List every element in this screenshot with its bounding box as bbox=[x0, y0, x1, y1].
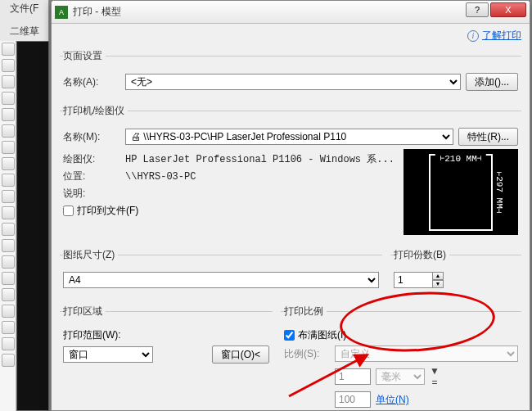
app-icon: A bbox=[55, 6, 68, 19]
learn-about-printing-link[interactable]: 了解打印 bbox=[482, 29, 521, 43]
titlebar[interactable]: A 打印 - 模型 ? X bbox=[52, 1, 530, 24]
plotter-label: 绘图仪: bbox=[63, 152, 120, 166]
toolbar-button[interactable] bbox=[2, 223, 15, 236]
toolbar-button[interactable] bbox=[2, 124, 15, 138]
toolbar-button[interactable] bbox=[2, 174, 15, 187]
equals-icon: ▼ = bbox=[430, 365, 440, 388]
toolbar-button[interactable] bbox=[2, 59, 15, 72]
toolbar-button[interactable] bbox=[2, 354, 15, 367]
scale-value2-input[interactable] bbox=[335, 391, 371, 408]
toolbar-button[interactable] bbox=[2, 75, 15, 88]
location-value: \\HYRS-03-PC bbox=[125, 171, 196, 183]
toolbar-button[interactable] bbox=[2, 305, 15, 318]
toolbar-button[interactable] bbox=[2, 141, 15, 154]
printer-name-label: 名称(M): bbox=[63, 130, 120, 144]
plot-range-select[interactable]: 窗口 bbox=[63, 346, 153, 363]
toolbar-button[interactable] bbox=[2, 337, 15, 350]
print-dialog: A 打印 - 模型 ? X i 了解打印 页面设置 名称(A): <无> 添加(… bbox=[51, 0, 530, 411]
page-setup-name-select[interactable]: <无> bbox=[125, 74, 461, 90]
toolbar-button[interactable] bbox=[2, 239, 15, 252]
toolbar-button[interactable] bbox=[2, 321, 15, 334]
copies-legend: 打印份数(B) bbox=[394, 248, 449, 262]
help-window-button[interactable]: ? bbox=[466, 2, 489, 17]
copies-down-button[interactable]: ▼ bbox=[432, 280, 444, 288]
left-toolbar bbox=[0, 41, 16, 411]
fit-to-paper-label: 布满图纸(I) bbox=[298, 328, 346, 342]
plot-scale-group: 打印比例 布满图纸(I) 比例(S): 自定义 毫米 bbox=[281, 305, 521, 411]
scale-ratio-select[interactable]: 自定义 bbox=[335, 346, 518, 362]
fit-to-paper-checkbox[interactable] bbox=[284, 330, 295, 341]
printer-name-select[interactable]: 🖨 \\HYRS-03-PC\HP LaserJet Professional … bbox=[125, 129, 453, 145]
page-setup-name-label: 名称(A): bbox=[63, 75, 120, 89]
plot-area-group: 打印区域 打印范围(W): 窗口 窗口(O)< bbox=[60, 305, 273, 411]
toolbar-button[interactable] bbox=[2, 206, 15, 219]
toolbar-button[interactable] bbox=[2, 92, 15, 105]
print-to-file-label: 打印到文件(F) bbox=[77, 204, 138, 218]
drawing-area-fragment bbox=[16, 41, 49, 411]
copies-group: 打印份数(B) ▲ ▼ bbox=[390, 248, 521, 296]
paper-preview: ⊢210 MM⊣ ⊢297 MM⊣ bbox=[404, 149, 518, 235]
copies-up-button[interactable]: ▲ bbox=[432, 272, 444, 280]
copies-input[interactable] bbox=[394, 272, 433, 288]
page-setup-legend: 页面设置 bbox=[63, 49, 106, 63]
menu-fragment: 文件(F bbox=[10, 2, 38, 16]
toolbar-button[interactable] bbox=[2, 108, 15, 121]
dialog-title: 打印 - 模型 bbox=[73, 5, 121, 19]
printer-legend: 打印机/绘图仪 bbox=[63, 104, 128, 118]
printer-properties-button[interactable]: 特性(R)... bbox=[458, 128, 518, 146]
paper-size-group: 图纸尺寸(Z) A4 bbox=[60, 248, 382, 296]
scale-unit1-select[interactable]: 毫米 bbox=[376, 368, 425, 385]
paper-size-legend: 图纸尺寸(Z) bbox=[63, 248, 118, 262]
page-setup-group: 页面设置 名称(A): <无> 添加()... bbox=[60, 49, 521, 99]
description-label: 说明: bbox=[63, 187, 120, 201]
print-to-file-checkbox[interactable] bbox=[63, 206, 74, 216]
toolbar-button[interactable] bbox=[2, 43, 15, 56]
toolbar-button[interactable] bbox=[2, 190, 15, 203]
location-label: 位置: bbox=[63, 169, 120, 183]
toolbar-button[interactable] bbox=[2, 157, 15, 170]
window-pick-button[interactable]: 窗口(O)< bbox=[212, 346, 269, 364]
printer-group: 打印机/绘图仪 名称(M): 🖨 \\HYRS-03-PC\HP LaserJe… bbox=[60, 104, 521, 240]
plotter-value: HP LaserJet Professional P1106 - Windows… bbox=[125, 152, 394, 166]
scale-ratio-label: 比例(S): bbox=[284, 347, 330, 361]
close-window-button[interactable]: X bbox=[490, 2, 526, 17]
plot-scale-legend: 打印比例 bbox=[284, 305, 327, 318]
scale-value1-input[interactable] bbox=[335, 368, 371, 385]
toolbar-button[interactable] bbox=[2, 255, 15, 269]
toolbar-button[interactable] bbox=[2, 288, 15, 301]
plot-range-label: 打印范围(W): bbox=[63, 328, 121, 342]
scale-unit2-link[interactable]: 单位(N) bbox=[376, 393, 409, 407]
toolbar-button[interactable] bbox=[2, 272, 15, 285]
app-background-edge: 文件(F 二维草 bbox=[0, 0, 49, 411]
info-icon: i bbox=[467, 30, 479, 42]
toolbar-label-fragment: 二维草 bbox=[10, 25, 39, 38]
page-setup-add-button[interactable]: 添加()... bbox=[466, 73, 518, 91]
plot-area-legend: 打印区域 bbox=[63, 305, 106, 318]
paper-size-select[interactable]: A4 bbox=[63, 272, 379, 288]
